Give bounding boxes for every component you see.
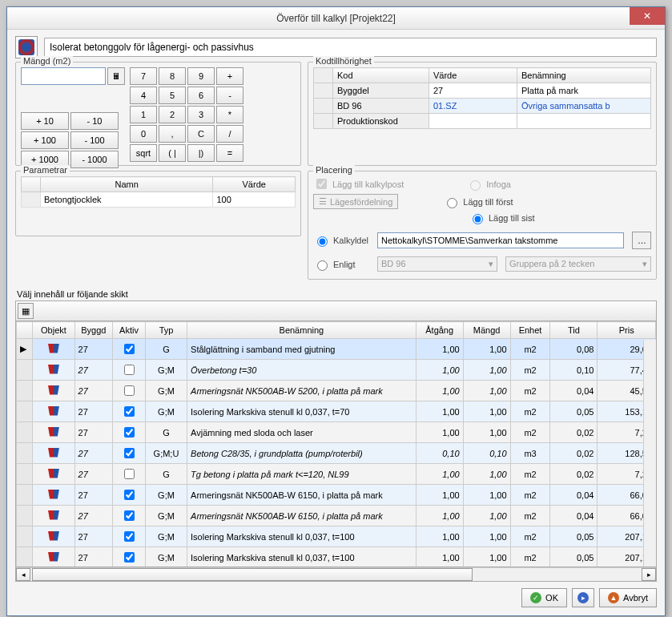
keypad-5[interactable]: 5	[159, 87, 186, 104]
radio-lagg-sist[interactable]: Lägg till sist	[469, 212, 534, 224]
keypad-,[interactable]: ,	[159, 125, 186, 143]
horizontal-scrollbar[interactable]: ◂ ▸	[15, 567, 657, 582]
keypad-=[interactable]: =	[216, 144, 243, 162]
placering-legend: Placering	[313, 165, 355, 175]
keypad-sqrt[interactable]: sqrt	[130, 144, 157, 162]
radio-kalkyldel[interactable]: Kalkyldel	[313, 234, 369, 247]
aktiv-checkbox[interactable]	[124, 427, 135, 438]
select-bd: BD 96▾	[377, 256, 497, 272]
aktiv-checkbox[interactable]	[124, 365, 135, 375]
keypad-/[interactable]: /	[216, 125, 243, 143]
table-row[interactable]: 27 G;M Armeringsnät NK500AB-W 6150, i pl…	[17, 485, 656, 506]
aktiv-checkbox[interactable]	[124, 552, 135, 563]
kod-row[interactable]: Produktionskod	[314, 114, 651, 129]
keypad-1[interactable]: 1	[130, 106, 157, 123]
kod-row[interactable]: BD 9601.SZÖvriga sammansatta b	[314, 99, 651, 114]
col-Mängd[interactable]: Mängd	[463, 322, 510, 339]
keypad-3[interactable]: 3	[187, 106, 215, 123]
kod-table[interactable]: Kod Värde Benämning Byggdel27Platta på m…	[313, 67, 651, 129]
col-Typ[interactable]: Typ	[145, 322, 187, 339]
object-icon	[48, 552, 59, 562]
ok-button[interactable]: ✓OK	[521, 588, 567, 607]
keypad-6[interactable]: 6	[187, 87, 215, 104]
step--10[interactable]: - 10	[70, 112, 119, 130]
grid-scroll-area[interactable]: ObjektByggdAktivTypBenämningÅtgångMängdE…	[15, 321, 657, 567]
data-grid[interactable]: ObjektByggdAktivTypBenämningÅtgångMängdE…	[16, 321, 656, 567]
table-row[interactable]: ▶ 27 G Stålglättning i samband med gjutn…	[17, 339, 656, 360]
object-icon	[48, 531, 59, 541]
object-icon	[48, 365, 59, 374]
cancel-button[interactable]: ▲Avbryt	[599, 588, 657, 607]
calculator-icon[interactable]: 🖩	[107, 67, 125, 85]
keypad--[interactable]: -	[216, 87, 243, 104]
step-+10[interactable]: + 10	[21, 112, 69, 130]
kod-legend: Kodtillhörighet	[313, 56, 374, 66]
col-Benämning[interactable]: Benämning	[187, 322, 416, 339]
app-logo	[15, 36, 38, 58]
grid-columns-icon[interactable]: ▦	[18, 303, 34, 319]
table-row[interactable]: 27 G;M Isolering Markskiva stenull kl 0,…	[17, 547, 656, 568]
keypad-0[interactable]: 0	[130, 125, 157, 143]
table-row[interactable]: 27 G;M Armeringsnät NK500AB-W 5200, i pl…	[17, 381, 656, 401]
object-icon	[48, 406, 59, 416]
browse-button[interactable]: …	[632, 232, 651, 249]
scroll-right-button[interactable]: ▸	[642, 568, 656, 581]
table-row[interactable]: 27 G;M Isolering Markskiva stenull kl 0,…	[17, 526, 656, 547]
keypad-C[interactable]: C	[187, 125, 215, 143]
mangd-input[interactable]	[21, 67, 106, 85]
scroll-left-button[interactable]: ◂	[16, 568, 30, 581]
step-+100[interactable]: + 100	[21, 131, 69, 149]
table-row[interactable]: 27 G;M Armeringsnät NK500AB-W 6150, i pl…	[17, 506, 656, 526]
close-button[interactable]: ✕	[630, 7, 665, 25]
col-Tid[interactable]: Tid	[550, 322, 598, 339]
keypad-4[interactable]: 4	[130, 87, 157, 104]
step--100[interactable]: - 100	[70, 131, 119, 149]
step--1000[interactable]: - 1000	[70, 151, 119, 168]
keypad-( |[interactable]: ( |	[159, 144, 186, 162]
keypad-9[interactable]: 9	[187, 67, 215, 85]
col-Byggd[interactable]: Byggd	[74, 322, 113, 339]
table-row[interactable]: 27 G Tg betong i platta på mark t<=120, …	[17, 464, 656, 485]
keypad-*[interactable]: *	[216, 106, 243, 123]
col-Åtgång[interactable]: Åtgång	[416, 322, 463, 339]
kalkyldel-path-input[interactable]	[377, 232, 624, 248]
next-button[interactable]: ▸	[572, 588, 594, 607]
aktiv-checkbox[interactable]	[124, 531, 135, 542]
table-row[interactable]: 27 G;M Överbetong t=30 1,00 1,00 m2 0,10…	[17, 360, 656, 381]
titlebar: Överför till kalkyl [Projekt22] ✕	[7, 7, 665, 30]
keypad-8[interactable]: 8	[159, 67, 186, 85]
keypad-+[interactable]: +	[216, 67, 243, 85]
keypad-7[interactable]: 7	[130, 67, 157, 85]
col-Aktiv[interactable]: Aktiv	[113, 322, 146, 339]
aktiv-checkbox[interactable]	[124, 448, 135, 458]
object-icon	[48, 427, 59, 437]
description-input[interactable]	[44, 38, 657, 57]
col-Objekt[interactable]: Objekt	[33, 322, 74, 339]
object-icon	[48, 510, 59, 520]
object-icon	[48, 490, 59, 499]
radio-lagg-forst[interactable]: Lägg till först	[443, 196, 513, 208]
col-Pris[interactable]: Pris	[598, 322, 656, 339]
hscroll-thumb[interactable]	[32, 568, 473, 581]
keypad-|)[interactable]: |)	[187, 144, 215, 162]
aktiv-checkbox[interactable]	[124, 344, 135, 354]
col-marker[interactable]	[17, 322, 33, 339]
aktiv-checkbox[interactable]	[124, 469, 135, 479]
table-row[interactable]: 27 G;M;U Betong C28/35, i grundplatta (p…	[17, 443, 656, 464]
keypad-2[interactable]: 2	[159, 106, 186, 123]
kod-row[interactable]: Byggdel27Platta på mark	[314, 83, 651, 99]
col-Enhet[interactable]: Enhet	[510, 322, 550, 339]
aktiv-checkbox[interactable]	[124, 385, 135, 396]
parametrar-table[interactable]: Namn Värde Betongtjocklek100	[21, 176, 296, 208]
window-title: Överför till kalkyl [Projekt22]	[276, 13, 396, 24]
param-row[interactable]: Betongtjocklek100	[22, 192, 296, 208]
vertical-scrollbar[interactable]	[643, 340, 656, 567]
aktiv-checkbox[interactable]	[124, 510, 135, 521]
object-icon	[48, 385, 59, 395]
aktiv-checkbox[interactable]	[124, 406, 135, 417]
cb-add-kalkylpost: Lägg till kalkylpost	[313, 176, 404, 192]
table-row[interactable]: 27 G;M Isolering Markskiva stenull kl 0,…	[17, 401, 656, 422]
aktiv-checkbox[interactable]	[124, 490, 135, 500]
radio-enligt[interactable]: Enligt	[313, 258, 369, 271]
table-row[interactable]: 27 G Avjämning med sloda och laser 1,00 …	[17, 422, 656, 443]
